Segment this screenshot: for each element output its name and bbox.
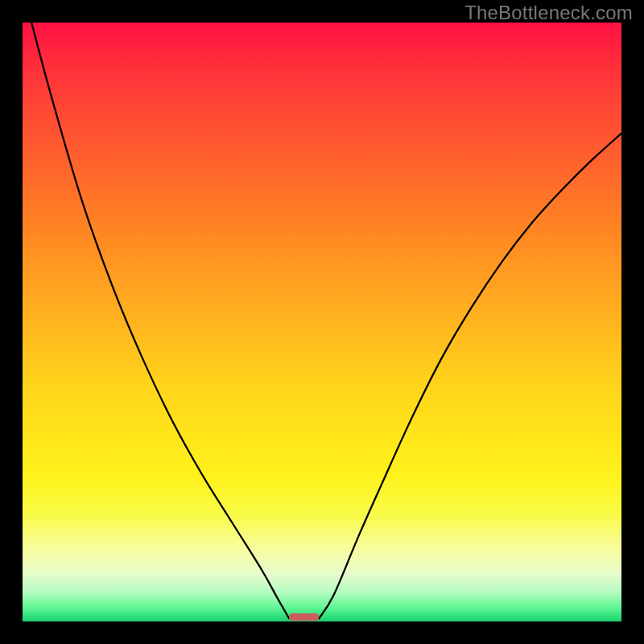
target-marker [289,613,319,621]
bottleneck-curve-left [31,23,289,618]
plot-area [23,23,621,621]
curve-svg [23,23,621,621]
watermark-text: TheBottleneck.com [464,2,633,24]
bottleneck-curve-right [319,134,621,619]
chart-frame: TheBottleneck.com [0,0,644,644]
